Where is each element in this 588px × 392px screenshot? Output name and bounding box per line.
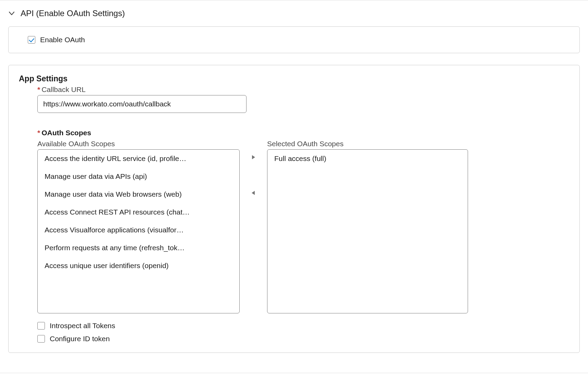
enable-oauth-label: Enable OAuth [40,36,85,44]
enable-oauth-row: Enable OAuth [28,36,560,44]
configure-id-token-row: Configure ID token [37,335,569,343]
list-item[interactable]: Access Connect REST API resources (chat… [38,203,239,221]
callback-url-block: *Callback URL [19,85,569,113]
required-asterisk: * [37,85,40,93]
list-item[interactable]: Full access (full) [267,150,468,168]
app-settings-title: App Settings [19,74,569,83]
list-item[interactable]: Access Visualforce applications (visualf… [38,221,239,239]
selected-scopes-label: Selected OAuth Scopes [267,140,468,148]
list-item[interactable]: Perform requests at any time (refresh_to… [38,239,239,257]
enable-oauth-card: Enable OAuth [8,26,580,53]
oauth-scopes-dual-list: Available OAuth Scopes Access the identi… [37,140,569,313]
selected-scopes-column: Selected OAuth Scopes Full access (full) [267,140,468,313]
section-header[interactable]: API (Enable OAuth Settings) [8,0,580,26]
chevron-down-icon [8,10,15,17]
additional-checkboxes: Introspect all Tokens Configure ID token [19,322,569,343]
scope-transfer-arrows [245,140,262,313]
list-item[interactable]: Manage user data via Web browsers (web) [38,185,239,203]
list-item[interactable]: Access unique user identifiers (openid) [38,257,239,275]
callback-url-label-text: Callback URL [41,85,85,93]
triangle-left-icon [251,190,256,196]
remove-scope-button[interactable] [249,188,258,197]
list-item[interactable]: Access the identity URL service (id, pro… [38,150,239,168]
introspect-tokens-label: Introspect all Tokens [50,322,115,330]
required-asterisk: * [37,129,40,137]
introspect-tokens-checkbox[interactable] [37,322,45,330]
configure-id-token-label: Configure ID token [50,335,110,343]
callback-url-input[interactable] [37,95,247,113]
available-scopes-column: Available OAuth Scopes Access the identi… [37,140,240,313]
selected-scopes-listbox[interactable]: Full access (full) [267,149,468,313]
list-item[interactable]: Manage user data via APIs (api) [38,168,239,185]
enable-oauth-checkbox[interactable] [28,36,35,44]
oauth-scopes-block: *OAuth Scopes Available OAuth Scopes Acc… [19,129,569,313]
section-title: API (Enable OAuth Settings) [21,9,125,18]
app-settings-card: App Settings *Callback URL *OAuth Scopes… [8,65,580,353]
triangle-right-icon [251,154,256,160]
add-scope-button[interactable] [249,153,258,162]
introspect-tokens-row: Introspect all Tokens [37,322,569,330]
oauth-scopes-heading: *OAuth Scopes [37,129,569,137]
oauth-scopes-heading-text: OAuth Scopes [41,129,91,137]
available-scopes-listbox[interactable]: Access the identity URL service (id, pro… [37,149,240,313]
configure-id-token-checkbox[interactable] [37,335,45,343]
callback-url-label: *Callback URL [37,85,569,94]
available-scopes-label: Available OAuth Scopes [37,140,240,148]
